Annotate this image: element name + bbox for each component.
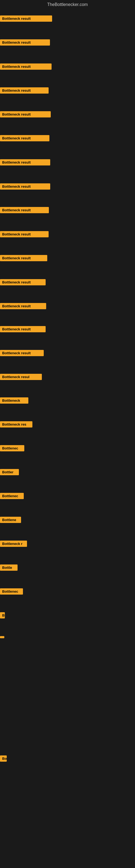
bottleneck-result-item	[0, 636, 4, 638]
bottleneck-result-item: Bo	[0, 755, 7, 762]
bottleneck-result-item: B	[0, 612, 5, 618]
bottleneck-result-item: Bottlenec	[0, 445, 24, 452]
bottleneck-result-item: Bottleneck result	[0, 63, 52, 70]
bottleneck-result-item: Bottleneck result	[0, 207, 49, 213]
bottleneck-result-item: Bottleneck	[0, 397, 28, 404]
bottleneck-result-item: Bottleneck result	[0, 111, 51, 118]
bottleneck-result-item: Bottlenec	[0, 493, 24, 499]
bottleneck-result-item: Bottleneck result	[0, 183, 50, 190]
bottleneck-result-item: Bottleneck result	[0, 159, 50, 165]
bottleneck-result-item: Bottleneck result	[0, 350, 44, 356]
bottleneck-result-item: Bottleneck result	[0, 326, 46, 332]
bottleneck-result-item: Bottlenec	[0, 588, 23, 595]
bottleneck-result-item: Bottleneck resul	[0, 374, 42, 380]
bottleneck-result-item: Bottle	[0, 564, 17, 571]
bottleneck-result-item: Bottlene	[0, 517, 21, 523]
bottleneck-result-item: Bottleneck result	[0, 135, 49, 141]
bottleneck-result-item: Bottler	[0, 469, 19, 475]
bottleneck-result-item: Bottleneck result	[0, 231, 49, 237]
bottleneck-result-item: Bottleneck result	[0, 279, 46, 285]
site-title: TheBottlenecker.com	[0, 0, 135, 9]
bottleneck-result-item: Bottleneck result	[0, 39, 50, 45]
bottleneck-result-item: Bottleneck res	[0, 421, 32, 428]
bottleneck-result-item: Bottleneck result	[0, 16, 52, 22]
bottleneck-result-item: Bottleneck result	[0, 255, 47, 261]
bottleneck-result-item: Bottleneck r	[0, 540, 27, 547]
bottleneck-result-item: Bottleneck result	[0, 87, 49, 94]
bottleneck-result-item: Bottleneck result	[0, 303, 46, 309]
